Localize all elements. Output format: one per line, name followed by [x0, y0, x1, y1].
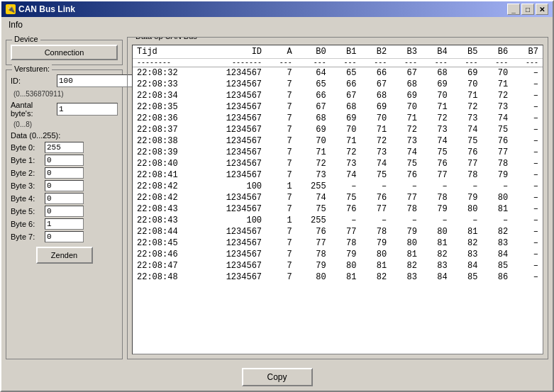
byte-row-2: Byte 2: [11, 167, 118, 179]
byte-input-6[interactable] [45, 218, 84, 230]
col-header-b5: B5 [452, 45, 482, 59]
title-bar: 🔌 CAN Bus Link _ □ ✕ [1, 1, 553, 17]
table-row: 22:08:321234567764656667686970– [133, 67, 543, 79]
data-group: Data op CAN Bus TijdIDAB0B1B2B3B4B5B6B7 … [127, 37, 548, 359]
table-header: TijdIDAB0B1B2B3B4B5B6B7 [133, 45, 543, 59]
main-content: Device Connection Versturen: ID: (0...53… [1, 33, 553, 364]
menu-bar: Info [1, 17, 553, 33]
byte-label-7: Byte 7: [11, 233, 45, 241]
table-row: 22:08:341234567766676869707172– [133, 90, 543, 101]
table-row: 22:08:471234567779808182838485– [133, 260, 543, 271]
byte-input-5[interactable] [45, 206, 84, 217]
col-header-b6: B6 [482, 45, 512, 59]
data-group-label: Data op CAN Bus [133, 37, 199, 40]
table-row: 22:08:391234567771727374757677– [133, 147, 543, 158]
table-row: 22:08:381234567770717273747576– [133, 135, 543, 147]
byte-rows: Byte 0:Byte 1:Byte 2:Byte 3:Byte 4:Byte … [11, 142, 118, 242]
copy-button[interactable]: Copy [242, 368, 313, 386]
minimize-button[interactable]: _ [507, 4, 520, 15]
byte-label-2: Byte 2: [11, 169, 45, 177]
byte-label-5: Byte 5: [11, 207, 45, 215]
send-group: Versturen: ID: (0...536870911) Aantal by… [6, 69, 123, 359]
window-icon: 🔌 [6, 4, 16, 14]
table-row: 22:08:441234567776777879808182– [133, 226, 543, 237]
col-header-b3: B3 [391, 45, 421, 59]
bottom-bar: Copy [1, 364, 553, 391]
table-body: ----------------------------------------… [133, 59, 543, 284]
id-row: ID: [11, 74, 118, 87]
send-group-label: Versturen: [12, 65, 52, 73]
left-panel: Device Connection Versturen: ID: (0...53… [6, 37, 123, 359]
col-header-b4: B4 [421, 45, 452, 59]
table-row: 22:08:421234567774757677787980– [133, 192, 543, 203]
byte-label-1: Byte 1: [11, 156, 45, 164]
byte-input-2[interactable] [45, 167, 84, 179]
aantal-row: Aantal byte's: [11, 101, 118, 118]
byte-label-3: Byte 3: [11, 181, 45, 190]
byte-row-5: Byte 5: [11, 206, 118, 217]
table-row: 22:08:361234567768697071727374– [133, 113, 543, 124]
zenden-button[interactable]: Zenden [36, 247, 93, 264]
table-row: 22:08:351234567767686970717273– [133, 101, 543, 113]
data-label: Data (0...255): [11, 131, 118, 140]
byte-input-0[interactable] [45, 142, 84, 153]
device-group-label: Device [12, 35, 40, 43]
id-hint: (0...536870911) [13, 90, 118, 98]
byte-row-1: Byte 1: [11, 155, 118, 166]
col-header-id: ID [203, 45, 266, 59]
table-row: 22:08:431001255––––––– [133, 215, 543, 226]
device-group: Device Connection [6, 40, 123, 65]
table-row: 22:08:481234567780818283848586– [133, 271, 543, 283]
table-row: 22:08:461234567778798081828384– [133, 249, 543, 260]
col-header-a: A [266, 45, 297, 59]
byte-input-1[interactable] [45, 155, 84, 166]
maximize-button[interactable]: □ [521, 4, 534, 15]
table-row: 22:08:421001255––––––– [133, 181, 543, 192]
window-title: CAN Bus Link [18, 4, 75, 14]
col-header-b7: B7 [512, 45, 543, 59]
byte-row-0: Byte 0: [11, 142, 118, 153]
table-row: 22:08:411234567773747576777879– [133, 169, 543, 181]
separator-row: ----------------------------------------… [133, 59, 543, 67]
byte-label-6: Byte 6: [11, 220, 45, 228]
id-label: ID: [11, 77, 57, 85]
data-table-container[interactable]: TijdIDAB0B1B2B3B4B5B6B7 ----------------… [132, 45, 543, 354]
byte-label-0: Byte 0: [11, 143, 45, 152]
byte-row-6: Byte 6: [11, 218, 118, 230]
table-row: 22:08:451234567777787980818283– [133, 237, 543, 249]
connection-button[interactable]: Connection [11, 45, 118, 60]
table-row: 22:08:371234567769707172737475– [133, 124, 543, 135]
table-row: 22:08:331234567765666768697071– [133, 79, 543, 90]
col-header-b1: B1 [331, 45, 361, 59]
main-window: 🔌 CAN Bus Link _ □ ✕ Info Device Connect… [0, 0, 554, 392]
close-button[interactable]: ✕ [536, 4, 548, 15]
byte-input-3[interactable] [45, 180, 84, 191]
aantal-hint: (0...8) [13, 121, 118, 128]
byte-row-4: Byte 4: [11, 193, 118, 204]
aantal-label: Aantal byte's: [11, 101, 57, 118]
byte-row-7: Byte 7: [11, 231, 118, 242]
byte-label-4: Byte 4: [11, 194, 45, 203]
menu-info[interactable]: Info [4, 18, 27, 31]
col-header-tijd: Tijd [133, 45, 203, 59]
byte-input-4[interactable] [45, 193, 84, 204]
col-header-b2: B2 [360, 45, 391, 59]
right-panel: Data op CAN Bus TijdIDAB0B1B2B3B4B5B6B7 … [127, 37, 548, 359]
data-table: TijdIDAB0B1B2B3B4B5B6B7 ----------------… [133, 45, 543, 283]
byte-input-7[interactable] [45, 231, 84, 242]
col-header-b0: B0 [297, 45, 331, 59]
table-row: 22:08:431234567775767778798081– [133, 203, 543, 215]
aantal-input[interactable] [57, 103, 118, 116]
byte-row-3: Byte 3: [11, 180, 118, 191]
table-row: 22:08:401234567772737475767778– [133, 158, 543, 169]
